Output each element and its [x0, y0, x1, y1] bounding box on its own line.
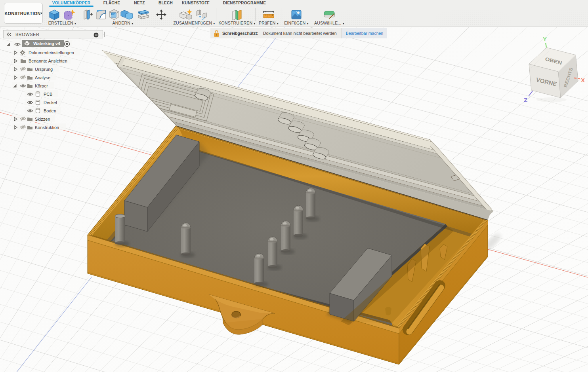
svg-text:Z: Z [524, 97, 527, 103]
svg-text:X: X [581, 77, 585, 84]
svg-text:Y: Y [543, 36, 547, 42]
